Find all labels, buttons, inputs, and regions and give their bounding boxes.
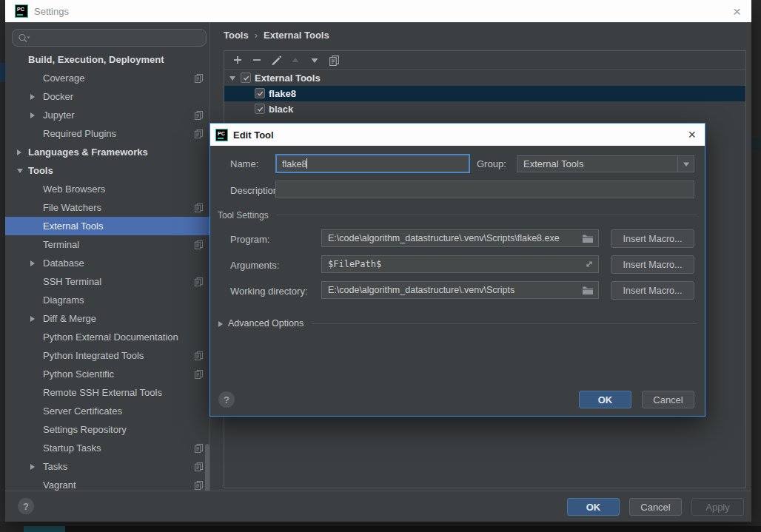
sidebar-item-coverage[interactable]: Coverage bbox=[5, 69, 210, 87]
sidebar-item-label: File Watchers bbox=[43, 202, 101, 213]
dialog-ok-button[interactable]: OK bbox=[579, 391, 631, 408]
sidebar-item-languages-frameworks[interactable]: Languages & Frameworks bbox=[5, 143, 210, 161]
edit-tool-close-icon[interactable]: × bbox=[688, 128, 697, 142]
sidebar-item-terminal[interactable]: Terminal bbox=[5, 235, 210, 254]
chevron-right-icon[interactable] bbox=[30, 315, 37, 323]
chevron-down-icon[interactable] bbox=[16, 167, 24, 175]
sidebar-item-label: Required Plugins bbox=[43, 128, 116, 139]
sidebar-item-tools[interactable]: Tools bbox=[5, 161, 210, 180]
sidebar-item-build-execution-deployment[interactable]: Build, Execution, Deployment bbox=[5, 50, 210, 69]
copy-settings-icon bbox=[194, 480, 204, 490]
copy-settings-icon bbox=[194, 277, 204, 286]
working-directory-label: Working directory: bbox=[230, 286, 308, 297]
add-button[interactable] bbox=[229, 53, 247, 67]
sidebar-item-docker[interactable]: Docker bbox=[5, 87, 210, 106]
sidebar-item-server-certificates[interactable]: Server Certificates bbox=[5, 402, 210, 420]
sidebar-item-label: Web Browsers bbox=[43, 183, 105, 195]
program-value: E:\code\algorithm_datastructure\.venv\Sc… bbox=[328, 233, 582, 243]
sidebar-item-label: Jupyter bbox=[43, 110, 75, 121]
chevron-right-icon[interactable] bbox=[30, 93, 37, 101]
sidebar-item-python-scientific[interactable]: Python Scientific bbox=[5, 365, 210, 383]
sidebar-item-diff-merge[interactable]: Diff & Merge bbox=[5, 309, 210, 328]
triangle-up-icon bbox=[290, 55, 301, 65]
search-icon bbox=[18, 33, 32, 44]
description-input[interactable] bbox=[275, 181, 694, 198]
settings-search-input[interactable] bbox=[12, 29, 207, 47]
remove-button[interactable] bbox=[248, 53, 266, 67]
sidebar-item-web-browsers[interactable]: Web Browsers bbox=[5, 180, 210, 198]
tree-row-flake8[interactable]: flake8 bbox=[224, 86, 745, 101]
copy-button[interactable] bbox=[325, 53, 343, 67]
sidebar-item-external-tools[interactable]: External Tools bbox=[5, 217, 210, 235]
tree-row-label: black bbox=[269, 104, 293, 115]
tree-row-external-tools[interactable]: External Tools bbox=[224, 70, 745, 86]
group-value: External Tools bbox=[517, 158, 677, 169]
settings-close-icon[interactable]: × bbox=[733, 4, 741, 18]
sidebar-item-required-plugins[interactable]: Required Plugins bbox=[5, 124, 210, 143]
pycharm-logo-icon: PC bbox=[215, 129, 228, 141]
checkbox-flake8[interactable] bbox=[255, 88, 265, 98]
triangle-down-icon bbox=[309, 55, 320, 65]
program-input[interactable]: E:\code\algorithm_datastructure\.venv\Sc… bbox=[321, 229, 599, 247]
sidebar-item-settings-repository[interactable]: Settings Repository bbox=[5, 420, 210, 439]
sidebar-item-label: Terminal bbox=[43, 239, 79, 250]
working-directory-input[interactable]: E:\code\algorithm_datastructure\.venv\Sc… bbox=[321, 281, 599, 299]
chevron-right-icon[interactable] bbox=[30, 463, 37, 471]
copy-settings-icon bbox=[194, 110, 204, 120]
settings-ok-button[interactable]: OK bbox=[567, 498, 620, 516]
pycharm-logo-icon: PC bbox=[15, 4, 28, 18]
sidebar-item-diagrams[interactable]: Diagrams bbox=[5, 291, 210, 309]
advanced-options-label[interactable]: Advanced Options bbox=[228, 318, 304, 329]
name-input[interactable]: flake8 bbox=[275, 154, 470, 173]
sidebar-scrollbar-thumb[interactable] bbox=[205, 444, 209, 491]
settings-titlebar: PC Settings × bbox=[5, 0, 751, 22]
folder-icon[interactable] bbox=[582, 286, 594, 295]
tree-row-black[interactable]: black bbox=[224, 101, 745, 117]
copy-settings-icon bbox=[194, 203, 204, 212]
sidebar-item-startup-tasks[interactable]: Startup Tasks bbox=[5, 439, 210, 457]
folder-icon[interactable] bbox=[582, 234, 594, 243]
move-down-button[interactable] bbox=[306, 53, 323, 67]
settings-help-button[interactable]: ? bbox=[18, 498, 34, 514]
insert-macro-button-working-directory[interactable]: Insert Macro... bbox=[611, 281, 694, 300]
breadcrumb-item-tools[interactable]: Tools bbox=[224, 30, 249, 41]
dialog-help-button[interactable]: ? bbox=[218, 391, 235, 408]
arguments-input[interactable]: $FilePath$ bbox=[321, 255, 599, 273]
sidebar-item-tasks[interactable]: Tasks bbox=[5, 457, 210, 476]
chevron-down-icon[interactable] bbox=[677, 156, 694, 172]
sidebar-item-jupyter[interactable]: Jupyter bbox=[5, 106, 210, 124]
section-divider bbox=[277, 215, 697, 215]
sidebar-item-database[interactable]: Database bbox=[5, 254, 210, 272]
chevron-down-icon[interactable] bbox=[229, 75, 236, 81]
chevron-right-icon[interactable] bbox=[30, 260, 37, 267]
sidebar-item-ssh-terminal[interactable]: SSH Terminal bbox=[5, 272, 210, 291]
ide-teal-bar bbox=[24, 526, 65, 532]
chevron-right-icon[interactable] bbox=[16, 149, 24, 156]
checkbox-black[interactable] bbox=[255, 104, 265, 114]
group-select[interactable]: External Tools bbox=[517, 155, 694, 172]
sidebar-item-python-external-documentation[interactable]: Python External Documentation bbox=[5, 328, 210, 346]
sidebar-item-label: Diff & Merge bbox=[43, 313, 96, 324]
insert-macro-button-program[interactable]: Insert Macro... bbox=[611, 229, 694, 248]
checkbox-external-tools[interactable] bbox=[241, 73, 251, 83]
expand-icon[interactable] bbox=[585, 260, 594, 269]
sidebar-item-python-integrated-tools[interactable]: Python Integrated Tools bbox=[5, 346, 210, 365]
move-up-button bbox=[286, 53, 304, 67]
sidebar-item-remote-ssh-external-tools[interactable]: Remote SSH External Tools bbox=[5, 383, 210, 402]
advanced-options-expander-icon[interactable] bbox=[218, 320, 224, 328]
screen: PC Settings × Build, Execution, Deployme… bbox=[0, 0, 761, 532]
sidebar-item-label: Build, Execution, Deployment bbox=[28, 54, 164, 65]
settings-sidebar: Build, Execution, DeploymentCoverageDock… bbox=[5, 22, 210, 491]
insert-macro-button-arguments[interactable]: Insert Macro... bbox=[611, 255, 694, 274]
edit-tool-dialog: PC Edit Tool × Name: flake8 Group: Exter… bbox=[209, 123, 705, 417]
chevron-right-icon[interactable] bbox=[30, 112, 37, 119]
plus-icon bbox=[232, 55, 243, 65]
settings-cancel-button[interactable]: Cancel bbox=[629, 498, 682, 516]
sidebar-item-vagrant[interactable]: Vagrant bbox=[5, 476, 210, 491]
edit-button[interactable] bbox=[267, 53, 285, 67]
arguments-value: $FilePath$ bbox=[328, 259, 585, 269]
sidebar-item-file-watchers[interactable]: File Watchers bbox=[5, 198, 210, 217]
minus-icon bbox=[252, 55, 262, 65]
dialog-cancel-button[interactable]: Cancel bbox=[642, 391, 694, 408]
settings-footer: ? OK Cancel Apply bbox=[5, 491, 751, 522]
